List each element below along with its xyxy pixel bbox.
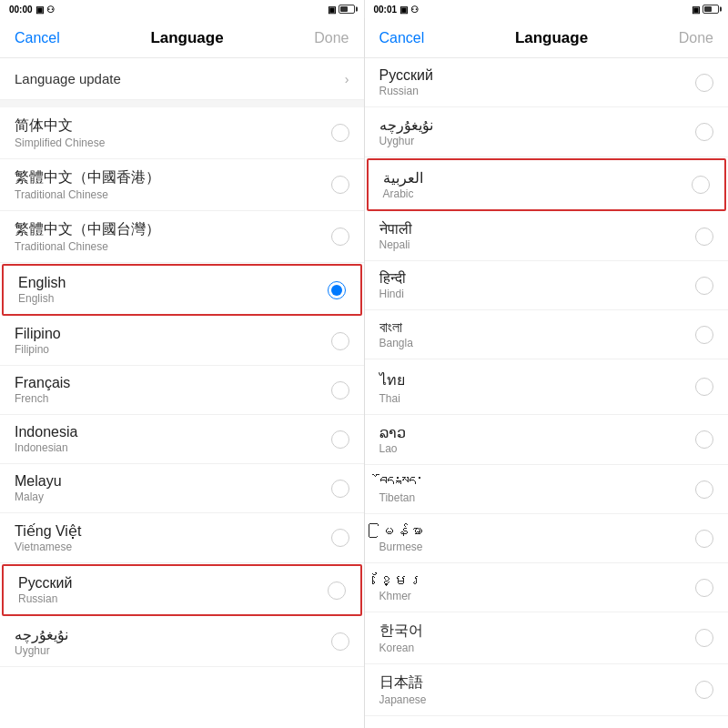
radio-button[interactable]: [328, 281, 346, 299]
language-list-right: РусскийRussianنۇيغۇرچەUyghurالعربيةArabi…: [365, 58, 729, 728]
lang-native-name: Tiếng Việt: [15, 522, 81, 540]
list-item[interactable]: বাংলাBangla: [365, 310, 729, 359]
battery-icon-left: [339, 5, 355, 14]
radio-button[interactable]: [331, 176, 349, 194]
list-item[interactable]: ລາວLao: [365, 415, 729, 465]
radio-button[interactable]: [695, 326, 713, 344]
radio-button[interactable]: [695, 629, 713, 647]
lang-english-name: Uyghur: [379, 135, 433, 147]
lang-english-name: Traditional Chinese: [15, 240, 160, 253]
list-item[interactable]: 简体中文Simplified Chinese: [0, 107, 364, 159]
radio-button[interactable]: [695, 480, 713, 499]
list-item[interactable]: FrançaisFrench: [0, 366, 364, 415]
lang-native-name: 繁體中文（中國台灣）: [15, 220, 160, 239]
lang-english-name: Russian: [18, 592, 72, 605]
radio-button[interactable]: [695, 277, 713, 295]
list-item[interactable]: MelayuMalay: [0, 464, 364, 513]
list-item[interactable]: РусскийRussian: [2, 564, 362, 616]
lang-english-name: Korean: [379, 642, 423, 654]
radio-button[interactable]: [328, 581, 346, 600]
lang-info: ລາວLao: [379, 424, 406, 455]
list-item[interactable]: 繁體中文（中國香港）Traditional Chinese: [0, 159, 364, 211]
lang-info: नेपालीNepali: [379, 221, 412, 251]
radio-button[interactable]: [331, 529, 349, 547]
lang-info: 简体中文Simplified Chinese: [15, 116, 105, 149]
radio-button[interactable]: [695, 123, 713, 141]
list-item[interactable]: 日本語Japanese: [365, 664, 729, 716]
lang-info: EnglishEnglish: [18, 275, 66, 305]
lang-english-name: Burmese: [379, 541, 423, 553]
lang-info: РусскийRussian: [18, 575, 72, 605]
lang-english-name: Bangla: [379, 337, 413, 349]
done-button-right[interactable]: Done: [679, 30, 713, 46]
list-item[interactable]: བོད་སྐད་Tibetan: [365, 465, 729, 514]
list-item[interactable]: Tiếng ViệtVietnamese: [0, 513, 364, 563]
list-item[interactable]: 繁體中文（中國台灣）Traditional Chinese: [0, 211, 364, 263]
panels-container: Cancel Language Done Language update › 简…: [0, 18, 728, 728]
lang-english-name: Nepali: [379, 238, 412, 251]
list-item[interactable]: IndonesiaIndonesian: [0, 415, 364, 464]
list-item[interactable]: РусскийRussian: [365, 58, 729, 107]
list-item[interactable]: نۇيغۇرچەUyghur: [365, 107, 729, 157]
lang-native-name: نۇيغۇرچە: [379, 116, 433, 134]
panel-left-header: Cancel Language Done: [0, 18, 364, 58]
cancel-button-left[interactable]: Cancel: [15, 30, 60, 46]
lang-english-name: Vietnamese: [15, 541, 81, 553]
list-item[interactable]: نۇيغۇرچەUyghur: [0, 617, 364, 667]
language-update-row[interactable]: Language update ›: [0, 58, 364, 100]
separator-left: [0, 100, 364, 107]
language-items-left: 简体中文Simplified Chinese繁體中文（中國香港）Traditio…: [0, 107, 364, 667]
lang-info: РусскийRussian: [379, 67, 433, 97]
list-item[interactable]: हिन्दीHindi: [365, 261, 729, 310]
radio-button[interactable]: [695, 530, 713, 548]
lang-native-name: Melayu: [15, 473, 62, 490]
lang-native-name: Filipino: [15, 326, 61, 342]
lang-english-name: Arabic: [383, 187, 423, 200]
lang-english-name: Khmer: [379, 590, 423, 602]
lang-english-name: Russian: [379, 85, 433, 97]
radio-button[interactable]: [695, 430, 713, 449]
list-item[interactable]: မြန်မာBurmese: [365, 514, 729, 563]
list-item[interactable]: ខ្មែរKhmer: [365, 563, 729, 612]
radio-button[interactable]: [331, 480, 349, 498]
language-list-left: Language update › 简体中文Simplified Chinese…: [0, 58, 364, 728]
radio-button[interactable]: [695, 681, 713, 699]
lang-native-name: نۇيغۇرچە: [15, 626, 68, 643]
done-button-left[interactable]: Done: [314, 30, 349, 46]
panel-right-header: Cancel Language Done: [365, 18, 729, 58]
lang-info: 繁體中文（中國台灣）Traditional Chinese: [15, 220, 160, 253]
lang-native-name: 繁體中文（中國香港）: [15, 168, 160, 187]
list-item[interactable]: FilipinoFilipino: [0, 317, 364, 366]
lang-info: FilipinoFilipino: [15, 326, 61, 356]
status-bar-right: 00:01 ▣ ⚇ ▣: [364, 0, 729, 18]
lang-english-name: English: [18, 292, 66, 305]
lang-english-name: Hindi: [379, 288, 406, 300]
lang-native-name: ไทย: [379, 369, 405, 391]
radio-button[interactable]: [695, 378, 713, 396]
radio-button[interactable]: [331, 228, 349, 246]
language-items-right: РусскийRussianنۇيغۇرچەUyghurالعربيةArabi…: [365, 58, 729, 716]
radio-button[interactable]: [331, 332, 349, 350]
signal-icon-right: ▣: [399, 5, 408, 15]
list-item[interactable]: नेपालीNepali: [365, 212, 729, 261]
list-item[interactable]: ไทยThai: [365, 359, 729, 415]
radio-button[interactable]: [695, 74, 713, 92]
radio-button[interactable]: [695, 228, 713, 246]
radio-button[interactable]: [331, 430, 349, 449]
lang-english-name: Filipino: [15, 343, 61, 356]
cancel-button-right[interactable]: Cancel: [379, 30, 425, 46]
lang-info: हिन्दीHindi: [379, 270, 406, 300]
radio-button[interactable]: [331, 381, 349, 399]
lang-native-name: Français: [15, 375, 70, 391]
radio-button[interactable]: [692, 176, 710, 194]
lang-native-name: བོད་སྐད་: [379, 474, 423, 490]
lang-native-name: ລາວ: [379, 424, 406, 441]
list-item[interactable]: EnglishEnglish: [2, 264, 362, 316]
lang-english-name: Indonesian: [15, 441, 77, 454]
list-item[interactable]: 한국어Korean: [365, 612, 729, 664]
list-item[interactable]: العربيةArabic: [367, 158, 727, 211]
lang-native-name: 简体中文: [15, 116, 105, 136]
radio-button[interactable]: [331, 632, 349, 651]
radio-button[interactable]: [695, 579, 713, 597]
radio-button[interactable]: [331, 124, 349, 142]
